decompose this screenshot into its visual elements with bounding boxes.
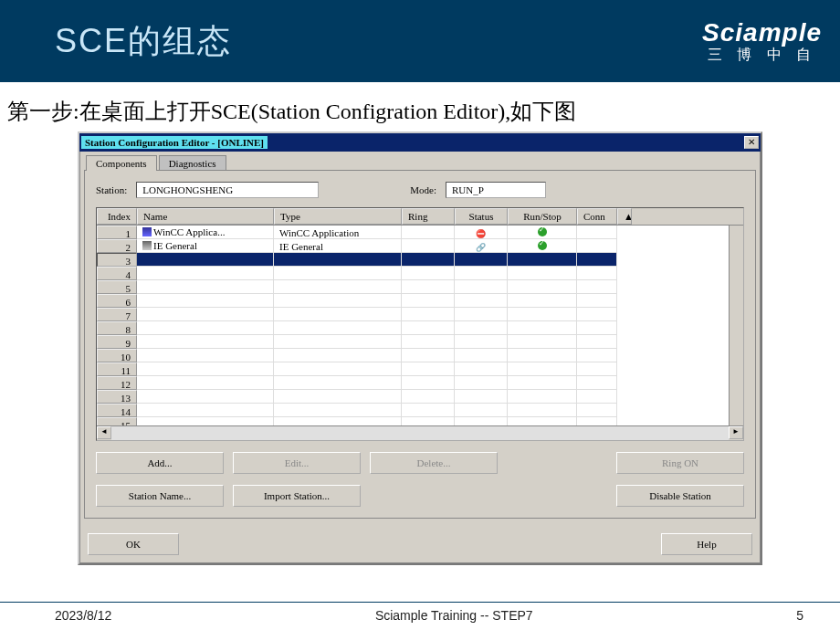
cell-index: 11 — [97, 362, 137, 376]
table-row[interactable]: 12 — [97, 376, 743, 390]
disable-station-button[interactable]: Disable Station — [616, 485, 744, 507]
cell-status — [455, 390, 508, 404]
tab-diagnostics[interactable]: Diagnostics — [159, 155, 226, 171]
table-row[interactable]: 1WinCC Applica...WinCC Application — [97, 226, 743, 239]
mode-field[interactable]: RUN_P — [446, 182, 546, 198]
cell-type — [274, 267, 402, 280]
table-row[interactable]: 8 — [97, 321, 743, 335]
import-station-button[interactable]: Import Station... — [233, 485, 361, 507]
cell-ring — [402, 362, 455, 376]
col-conn[interactable]: Conn — [577, 208, 617, 225]
cell-name — [137, 308, 274, 321]
cell-run — [508, 390, 577, 404]
footer-page: 5 — [796, 608, 803, 623]
scroll-right-icon[interactable]: ► — [729, 426, 743, 439]
table-row[interactable]: 4 — [97, 267, 743, 280]
cell-index: 6 — [97, 294, 137, 308]
delete-button[interactable]: Delete... — [370, 452, 498, 474]
slide-header: SCE的组态 Sciample 三 博 中 自 — [0, 0, 840, 82]
edit-button[interactable]: Edit... — [233, 452, 361, 474]
table-row[interactable]: 6 — [97, 294, 743, 308]
horizontal-scrollbar[interactable]: ◄ ► — [97, 425, 743, 440]
cell-name — [137, 294, 274, 308]
cell-run — [508, 308, 577, 321]
table-row[interactable]: 13 — [97, 390, 743, 404]
footer-center: Sciample Training -- STEP7 — [375, 608, 533, 623]
brand-block: Sciample 三 博 中 自 — [702, 18, 822, 65]
cell-index: 9 — [97, 335, 137, 349]
status-network-icon — [476, 241, 486, 252]
cell-ring — [402, 417, 455, 425]
ie-icon — [142, 241, 152, 250]
cell-type — [274, 349, 402, 362]
button-row-2: Station Name... Import Station... Disabl… — [96, 485, 744, 507]
cell-ring — [402, 376, 455, 390]
cell-ring — [402, 321, 455, 335]
cell-conn — [577, 294, 617, 308]
table-row[interactable]: 14 — [97, 404, 743, 417]
tabs: Components Diagnostics — [86, 155, 756, 171]
close-icon[interactable]: ✕ — [744, 136, 759, 149]
station-name-button[interactable]: Station Name... — [96, 485, 224, 507]
cell-ring — [402, 294, 455, 308]
cell-conn — [577, 253, 617, 267]
cell-run — [508, 239, 577, 253]
run-ok-icon — [538, 227, 547, 236]
cell-status — [455, 294, 508, 308]
titlebar[interactable]: Station Configuration Editor - [ONLINE] … — [79, 133, 761, 152]
vertical-scrollbar[interactable] — [729, 226, 743, 425]
table-row[interactable]: 10 — [97, 349, 743, 362]
table-row[interactable]: 3 — [97, 253, 743, 267]
cell-ring — [402, 335, 455, 349]
ring-on-button[interactable]: Ring ON — [616, 452, 744, 474]
col-name[interactable]: Name — [137, 208, 274, 225]
help-button[interactable]: Help — [661, 533, 752, 555]
scroll-left-icon[interactable]: ◄ — [97, 426, 111, 439]
cell-run — [508, 294, 577, 308]
table-row[interactable]: 11 — [97, 362, 743, 376]
col-ring[interactable]: Ring — [402, 208, 455, 225]
cell-run — [508, 335, 577, 349]
scroll-track[interactable] — [111, 426, 729, 440]
cell-run — [508, 321, 577, 335]
cell-ring — [402, 280, 455, 294]
cell-status — [455, 239, 508, 253]
cell-run — [508, 362, 577, 376]
cell-ring — [402, 349, 455, 362]
cell-index: 12 — [97, 376, 137, 390]
cell-type — [274, 335, 402, 349]
cell-name — [137, 349, 274, 362]
col-run[interactable]: Run/Stop — [508, 208, 577, 225]
ok-button[interactable]: OK — [88, 533, 179, 555]
table-row[interactable]: 15 — [97, 417, 743, 425]
add-button[interactable]: Add... — [96, 452, 224, 474]
station-field[interactable]: LONGHONGSHENG — [136, 182, 319, 198]
cell-status — [455, 253, 508, 267]
cell-conn — [577, 390, 617, 404]
col-index[interactable]: Index — [97, 208, 137, 225]
col-type[interactable]: Type — [274, 208, 402, 225]
cell-status — [455, 417, 508, 425]
cell-index: 3 — [97, 253, 137, 267]
cell-conn — [577, 267, 617, 280]
col-status[interactable]: Status — [455, 208, 508, 225]
mode-label: Mode: — [410, 184, 436, 195]
tab-components[interactable]: Components — [86, 155, 157, 171]
cell-type — [274, 280, 402, 294]
table-body[interactable]: 1WinCC Applica...WinCC Application2IE Ge… — [97, 226, 743, 425]
cell-type — [274, 376, 402, 390]
cell-type — [274, 308, 402, 321]
cell-ring — [402, 267, 455, 280]
table-row[interactable]: 2IE GeneralIE General — [97, 239, 743, 253]
table-row[interactable]: 9 — [97, 335, 743, 349]
cell-index: 5 — [97, 280, 137, 294]
cell-index: 2 — [97, 239, 137, 253]
slide-footer: 2023/8/12 Sciample Training -- STEP7 5 — [0, 602, 840, 623]
cell-index: 14 — [97, 404, 137, 417]
table-row[interactable]: 7 — [97, 308, 743, 321]
cell-type: WinCC Application — [274, 226, 402, 239]
cell-status — [455, 376, 508, 390]
table-row[interactable]: 5 — [97, 280, 743, 294]
dialog-window: Station Configuration Editor - [ONLINE] … — [78, 131, 762, 565]
cell-run — [508, 376, 577, 390]
